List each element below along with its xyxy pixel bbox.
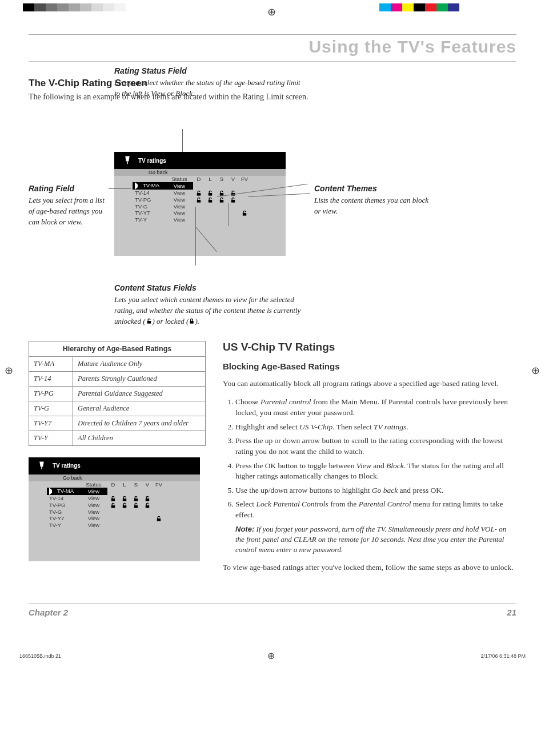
svg-rect-6 (209, 200, 212, 203)
callout-content-themes: Content Themes Lists the content themes … (314, 183, 428, 217)
svg-rect-15 (134, 498, 138, 501)
crosshair-icon: ⊕ (267, 650, 275, 661)
print-timestamp: 2/17/06 6:31:48 PM (480, 653, 526, 659)
svg-rect-9 (243, 213, 246, 216)
svg-rect-16 (146, 498, 149, 501)
screen-title: TV ratings (138, 158, 166, 164)
svg-rect-17 (111, 505, 115, 508)
bucket-icon (37, 461, 47, 471)
svg-rect-2 (209, 193, 212, 196)
chapter-title: Using the TV's Features (29, 35, 516, 62)
callout-rating-field: Rating Field Lets you select from a list… (29, 183, 109, 228)
svg-rect-12 (41, 467, 42, 469)
blocking-intro: You can automatically block all program … (223, 379, 516, 389)
hierarchy-table: Hierarchy of Age-Based Ratings TV-MAMatu… (29, 341, 206, 446)
callout-content-status: Content Status Fields Lets you select wh… (114, 282, 303, 327)
blocking-heading: Blocking Age-Based Ratings (223, 361, 516, 371)
footer-chapter: Chapter 2 (29, 608, 68, 617)
bucket-icon (122, 155, 133, 166)
blocking-steps: Choose Parental control from the Main Me… (223, 397, 516, 554)
svg-rect-7 (220, 200, 223, 203)
crosshair-icon: ⊕ (531, 364, 540, 377)
tv-ratings-screen-small: TV ratings Go back StatusDLSVFVTV-MAView… (29, 457, 200, 561)
svg-rect-11 (190, 321, 194, 324)
crosshair-icon: ⊕ (267, 6, 276, 18)
svg-rect-1 (197, 193, 201, 196)
svg-rect-14 (123, 498, 126, 501)
print-file: 1665105B.indb 21 (19, 653, 61, 659)
tv-ratings-screen: TV ratings Go back StatusDLSVFVTV-MAView… (114, 152, 286, 256)
us-vchip-heading: US V-Chip TV Ratings (223, 341, 516, 353)
callout-rating-status: Rating Status Field Lets you select whet… (114, 65, 303, 99)
svg-rect-19 (134, 505, 138, 508)
svg-rect-13 (111, 498, 115, 501)
svg-rect-10 (147, 321, 150, 324)
svg-rect-21 (157, 518, 161, 521)
svg-rect-5 (197, 200, 201, 203)
crosshair-icon: ⊕ (5, 364, 13, 377)
svg-rect-20 (146, 505, 149, 508)
svg-rect-18 (123, 505, 126, 508)
go-back-label: Go back (114, 169, 286, 176)
svg-rect-8 (231, 200, 235, 203)
svg-rect-0 (127, 162, 128, 164)
closing-text: To view age-based ratings after you've l… (223, 562, 516, 573)
footer-page: 21 (507, 608, 516, 617)
